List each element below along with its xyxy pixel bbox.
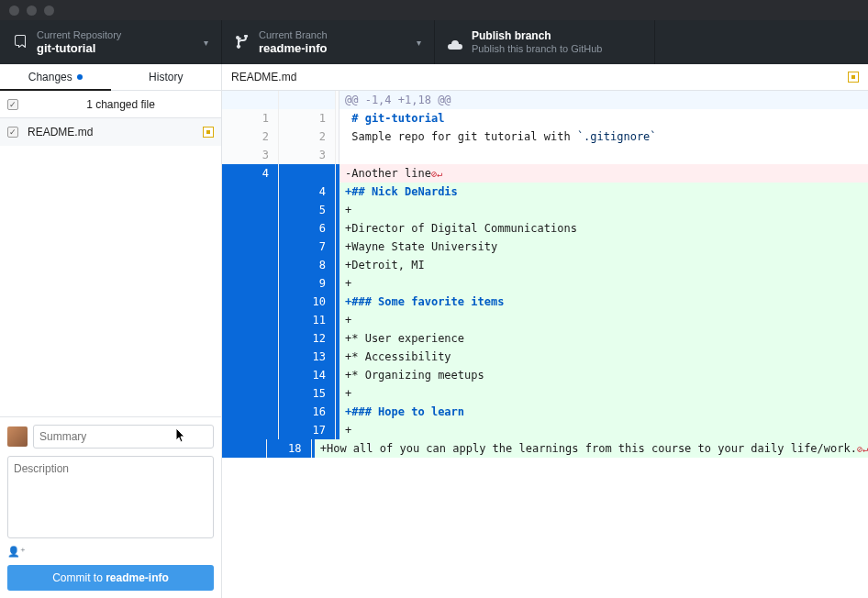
changed-files-header: ✓ 1 changed file [0, 91, 221, 118]
line-number-old [222, 274, 279, 293]
diff-line[interactable]: 16+### Hope to learn [222, 403, 868, 421]
line-number-new: 9 [279, 274, 336, 293]
line-number-new: 10 [279, 293, 336, 311]
line-number-old [222, 384, 279, 403]
line-number-new: 7 [279, 238, 336, 256]
line-number-new: 13 [279, 348, 336, 366]
diff-line[interactable]: 5+ [222, 201, 868, 219]
diff-body[interactable]: @@ -1,4 +1,18 @@11 # git-tutorial22 Samp… [222, 91, 868, 598]
main-toolbar: Current Repository git-tutorial ▾ Curren… [0, 20, 868, 64]
close-traffic-light[interactable] [9, 6, 19, 16]
branch-dropdown[interactable]: Current Branch readme-info ▾ [222, 20, 435, 64]
line-number-new: 11 [279, 311, 336, 329]
line-number-old [222, 256, 279, 274]
diff-code: @@ -1,4 +1,18 @@ [339, 91, 868, 109]
branch-label: Current Branch [259, 29, 417, 41]
add-coauthor-button[interactable]: 👤⁺ [7, 546, 214, 558]
diff-code: + [339, 201, 868, 219]
file-checkbox[interactable]: ✓ [7, 127, 18, 138]
line-number-old [222, 293, 279, 311]
line-number-new: 4 [279, 183, 336, 201]
diff-code: +How all of you can apply the learnings … [315, 439, 868, 458]
modified-icon [203, 127, 214, 138]
diff-code: + [339, 274, 868, 293]
diff-line[interactable]: 14+* Organizing meetups [222, 366, 868, 384]
commit-button-prefix: Commit to [52, 571, 106, 584]
repo-icon [13, 35, 28, 50]
line-number-old [222, 403, 279, 421]
chevron-down-icon: ▾ [417, 38, 421, 48]
diff-code: Sample repo for git tutorial with `.giti… [339, 127, 868, 146]
avatar [7, 426, 28, 447]
branch-value: readme-info [259, 41, 417, 56]
diff-line[interactable]: 18+How all of you can apply the learning… [222, 439, 868, 458]
diff-line[interactable]: 15+ [222, 384, 868, 403]
commit-button[interactable]: Commit to readme-info [7, 565, 214, 591]
diff-code: -Another line⊘↵ [339, 164, 868, 183]
diff-line[interactable]: 22 Sample repo for git tutorial with `.g… [222, 127, 868, 146]
diff-line[interactable]: 4+## Nick DeNardis [222, 183, 868, 201]
line-number-new: 14 [279, 366, 336, 384]
line-number-old [222, 366, 279, 384]
diff-code: +* Accessibility [339, 348, 868, 366]
tab-history[interactable]: History [111, 64, 222, 90]
diff-code [339, 146, 868, 164]
line-number-old [222, 238, 279, 256]
diff-line[interactable]: 17+ [222, 421, 868, 439]
diff-pane: README.md @@ -1,4 +1,18 @@11 # git-tutor… [222, 64, 868, 598]
minimize-traffic-light[interactable] [27, 6, 37, 16]
line-number-new: 15 [279, 384, 336, 403]
line-number-new: 8 [279, 256, 336, 274]
repo-label: Current Repository [37, 29, 204, 41]
description-input[interactable] [7, 456, 214, 538]
line-number-old [222, 421, 279, 439]
line-number-new: 18 [267, 439, 312, 458]
commit-button-branch: readme-info [106, 571, 169, 584]
diff-line[interactable]: @@ -1,4 +1,18 @@ [222, 91, 868, 109]
line-number-new [279, 91, 336, 109]
diff-line[interactable]: 12+* User experience [222, 329, 868, 348]
publish-subtitle: Publish this branch to GitHub [472, 43, 641, 55]
diff-line[interactable]: 4-Another line⊘↵ [222, 164, 868, 183]
changes-sidebar: Changes History ✓ 1 changed file ✓ READM… [0, 64, 222, 598]
file-name: README.md [28, 126, 203, 138]
diff-code: +Director of Digital Communications [339, 219, 868, 238]
publish-button[interactable]: Publish branch Publish this branch to Gi… [435, 20, 655, 64]
diff-code: +* Organizing meetups [339, 366, 868, 384]
zoom-traffic-light[interactable] [44, 6, 54, 16]
line-number-old: 3 [222, 146, 279, 164]
diff-code: +## Nick DeNardis [339, 183, 868, 201]
line-number-old [222, 91, 279, 109]
diff-line[interactable]: 11+ [222, 311, 868, 329]
diff-code: # git-tutorial [339, 109, 868, 127]
line-number-old [222, 183, 279, 201]
diff-line[interactable]: 11 # git-tutorial [222, 109, 868, 127]
diff-line[interactable]: 8+Detroit, MI [222, 256, 868, 274]
modified-icon [848, 72, 859, 83]
summary-input[interactable] [33, 425, 214, 448]
diff-line[interactable]: 6+Director of Digital Communications [222, 219, 868, 238]
diff-line[interactable]: 7+Wayne State University [222, 238, 868, 256]
diff-code: + [339, 384, 868, 403]
diff-line[interactable]: 9+ [222, 274, 868, 293]
diff-code: +Detroit, MI [339, 256, 868, 274]
publish-title: Publish branch [472, 29, 641, 42]
tab-history-label: History [149, 71, 183, 83]
line-number-new: 17 [279, 421, 336, 439]
diff-line[interactable]: 13+* Accessibility [222, 348, 868, 366]
changed-file-row[interactable]: ✓ README.md [0, 118, 221, 146]
changed-file-count: 1 changed file [28, 98, 214, 111]
select-all-checkbox[interactable]: ✓ [7, 99, 18, 110]
line-number-new [279, 164, 336, 183]
diff-line[interactable]: 33 [222, 146, 868, 164]
tab-changes[interactable]: Changes [0, 64, 111, 90]
window-titlebar [0, 0, 868, 20]
cloud-upload-icon [448, 35, 462, 50]
line-number-old [222, 439, 267, 458]
line-number-old [222, 329, 279, 348]
repo-dropdown[interactable]: Current Repository git-tutorial ▾ [0, 20, 222, 64]
diff-code: + [339, 421, 868, 439]
line-number-new: 12 [279, 329, 336, 348]
no-newline-icon: ⊘↵ [431, 169, 442, 179]
diff-line[interactable]: 10+### Some favorite items [222, 293, 868, 311]
